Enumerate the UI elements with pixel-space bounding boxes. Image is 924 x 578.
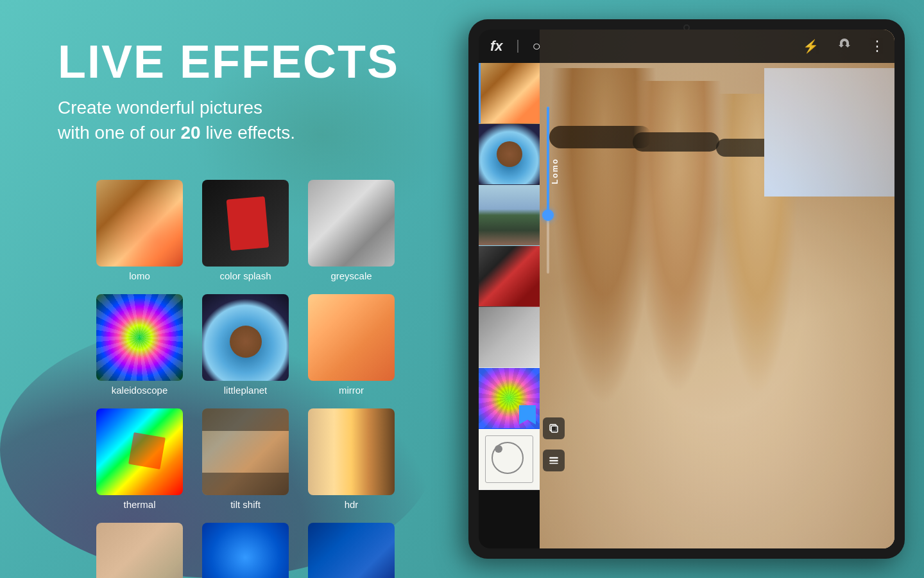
flash-icon[interactable]: ⚡	[799, 36, 823, 57]
effect-kaleidoscope[interactable]: kaleidoscope	[96, 294, 183, 396]
effect-mirror[interactable]: mirror	[308, 294, 395, 396]
effect-thumb-smurf[interactable]	[202, 523, 289, 578]
subtitle-post: live effects.	[201, 123, 295, 143]
tablet-screen: fx ○ ⚡ ⋮	[479, 30, 894, 548]
subtitle-line2: with one of our 20 live effects.	[58, 123, 295, 143]
camera-toolbar: fx ○ ⚡ ⋮	[479, 30, 894, 63]
effects-count: 20	[180, 123, 200, 143]
effect-color-splash[interactable]: color splash	[202, 180, 289, 281]
effect-label-lomo: lomo	[129, 270, 150, 281]
more-icon[interactable]: ⋮	[866, 35, 887, 57]
sidebar-item-mountains[interactable]	[479, 185, 540, 246]
effect-thumb-greyscale[interactable]	[308, 180, 395, 267]
effect-label-thermal: thermal	[123, 499, 155, 510]
effect-tiltshift[interactable]: tilt shift	[202, 408, 289, 510]
effect-littleplanet[interactable]: littleplanet	[202, 294, 289, 396]
effect-thumb-littleplanet[interactable]	[202, 294, 289, 381]
slider-handle[interactable]	[542, 209, 554, 221]
effect-label-greyscale: greyscale	[330, 270, 372, 281]
copy-button[interactable]	[543, 417, 565, 439]
subtitle-mid: with one of our	[58, 123, 180, 143]
effect-thumb-hdr[interactable]	[308, 408, 395, 495]
subtitle-line1: Create wonderful pictures	[58, 98, 262, 118]
effect-thermal[interactable]: thermal	[96, 408, 183, 510]
effect-thumb-tiltshift[interactable]	[202, 408, 289, 495]
effect-thumb-negative[interactable]	[308, 523, 395, 578]
sidebar-item-car[interactable]	[479, 246, 540, 307]
effect-label-mirror: mirror	[339, 385, 364, 396]
svg-rect-1	[551, 426, 558, 432]
effects-sidebar	[479, 63, 540, 548]
svg-rect-2	[549, 457, 558, 459]
sidebar-item-kaleidoscope[interactable]	[479, 368, 540, 429]
headline-block: LIVE EFFECTS Create wonderful pictures w…	[58, 39, 399, 145]
slider-fill	[547, 107, 549, 215]
effect-label-color-splash: color splash	[219, 270, 271, 281]
sidebar-action-buttons	[543, 417, 565, 471]
slider-track[interactable]	[547, 107, 549, 274]
effect-slider[interactable]	[540, 107, 556, 274]
camera-view	[540, 30, 894, 548]
effect-thumb-lomo[interactable]	[96, 180, 183, 267]
effect-smurf[interactable]: smurf	[202, 523, 289, 578]
persons-area	[540, 30, 894, 548]
effect-thumb-color-splash[interactable]	[202, 180, 289, 267]
effect-sepia[interactable]: sepia	[96, 523, 183, 578]
left-panel: LIVE EFFECTS Create wonderful pictures w…	[38, 0, 449, 578]
effects-grid: lomo color splash greyscale kaleidoscope…	[96, 180, 395, 578]
subtitle: Create wonderful pictures with one of ou…	[58, 95, 399, 145]
main-title: LIVE EFFECTS	[58, 39, 399, 85]
effect-label-kaleidoscope: kaleidoscope	[112, 385, 168, 396]
effect-thumb-thermal[interactable]	[96, 408, 183, 495]
sidebar-item-white[interactable]	[479, 307, 540, 368]
sidebar-item-lomo[interactable]	[479, 63, 540, 124]
tablet-device: fx ○ ⚡ ⋮	[468, 19, 905, 559]
effect-label-hdr: hdr	[345, 499, 359, 510]
effect-lomo[interactable]: lomo	[96, 180, 183, 281]
sidebar-item-sketch[interactable]	[479, 429, 540, 490]
svg-rect-3	[549, 460, 558, 461]
effect-label-littleplanet: littleplanet	[224, 385, 268, 396]
right-panel: fx ○ ⚡ ⋮	[436, 0, 924, 578]
effect-hdr[interactable]: hdr	[308, 408, 395, 510]
effect-label-tiltshift: tilt shift	[230, 499, 261, 510]
circle-icon[interactable]: ○	[529, 35, 545, 57]
toolbar-divider	[517, 40, 518, 53]
fx-icon[interactable]: fx	[486, 35, 507, 57]
camera-switch-icon[interactable]	[833, 35, 856, 58]
layers-button[interactable]	[543, 450, 565, 471]
effect-thumb-kaleidoscope[interactable]	[96, 294, 183, 381]
svg-rect-4	[549, 463, 558, 464]
lomo-colorcast	[540, 30, 894, 548]
effect-negative[interactable]: negative	[308, 523, 395, 578]
effect-thumb-mirror[interactable]	[308, 294, 395, 381]
effect-greyscale[interactable]: greyscale	[308, 180, 395, 281]
sidebar-item-planet[interactable]	[479, 124, 540, 185]
effect-thumb-sepia[interactable]	[96, 523, 183, 578]
